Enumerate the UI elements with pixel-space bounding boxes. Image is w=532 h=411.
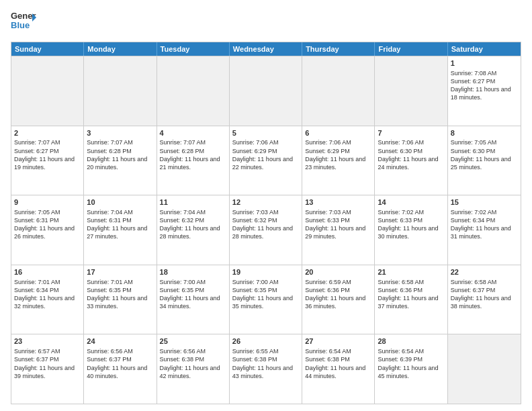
- cal-cell: 28Sunrise: 6:54 AM Sunset: 6:39 PM Dayli…: [375, 334, 447, 404]
- day-number: 5: [232, 128, 299, 138]
- day-info: Sunrise: 7:05 AM Sunset: 6:31 PM Dayligh…: [14, 209, 75, 240]
- header: General Blue: [11, 8, 521, 36]
- cal-cell: 26Sunrise: 6:55 AM Sunset: 6:38 PM Dayli…: [230, 334, 302, 404]
- day-number: 4: [160, 128, 226, 138]
- day-number: 6: [305, 128, 371, 138]
- day-info: Sunrise: 7:01 AM Sunset: 6:35 PM Dayligh…: [87, 279, 147, 310]
- day-info: Sunrise: 7:01 AM Sunset: 6:34 PM Dayligh…: [14, 279, 75, 310]
- cal-cell: [302, 56, 375, 126]
- day-number: 26: [232, 336, 299, 347]
- day-info: Sunrise: 7:06 AM Sunset: 6:29 PM Dayligh…: [305, 139, 365, 170]
- header-cell-monday: Monday: [84, 42, 157, 56]
- day-info: Sunrise: 7:06 AM Sunset: 6:29 PM Dayligh…: [232, 139, 293, 170]
- day-info: Sunrise: 7:00 AM Sunset: 6:35 PM Dayligh…: [232, 279, 293, 310]
- cal-cell: 5Sunrise: 7:06 AM Sunset: 6:29 PM Daylig…: [230, 126, 302, 195]
- cal-cell: 21Sunrise: 6:58 AM Sunset: 6:36 PM Dayli…: [375, 265, 447, 334]
- week-row-1: 2Sunrise: 7:07 AM Sunset: 6:27 PM Daylig…: [11, 126, 521, 195]
- day-number: 17: [87, 267, 153, 277]
- day-number: 18: [160, 267, 226, 277]
- header-cell-sunday: Sunday: [11, 42, 84, 56]
- cal-cell: 6Sunrise: 7:06 AM Sunset: 6:29 PM Daylig…: [302, 126, 375, 195]
- day-info: Sunrise: 6:54 AM Sunset: 6:38 PM Dayligh…: [305, 348, 365, 379]
- day-info: Sunrise: 7:00 AM Sunset: 6:35 PM Dayligh…: [160, 279, 220, 310]
- day-info: Sunrise: 7:02 AM Sunset: 6:34 PM Dayligh…: [451, 209, 511, 240]
- header-cell-tuesday: Tuesday: [157, 42, 230, 56]
- day-number: 19: [232, 267, 299, 277]
- cal-cell: 12Sunrise: 7:03 AM Sunset: 6:32 PM Dayli…: [230, 195, 302, 265]
- cal-cell: 10Sunrise: 7:04 AM Sunset: 6:31 PM Dayli…: [84, 195, 157, 265]
- logo-icon: General Blue: [11, 8, 36, 34]
- day-info: Sunrise: 6:59 AM Sunset: 6:36 PM Dayligh…: [305, 279, 365, 310]
- cal-cell: 7Sunrise: 7:06 AM Sunset: 6:30 PM Daylig…: [375, 126, 447, 195]
- cal-cell: 13Sunrise: 7:03 AM Sunset: 6:33 PM Dayli…: [302, 195, 375, 265]
- header-cell-thursday: Thursday: [302, 42, 375, 56]
- cal-cell: 15Sunrise: 7:02 AM Sunset: 6:34 PM Dayli…: [448, 195, 521, 265]
- cal-cell: [157, 56, 230, 126]
- day-number: 25: [160, 336, 226, 347]
- day-info: Sunrise: 6:57 AM Sunset: 6:37 PM Dayligh…: [14, 348, 75, 379]
- week-row-4: 23Sunrise: 6:57 AM Sunset: 6:37 PM Dayli…: [11, 334, 521, 404]
- day-info: Sunrise: 7:07 AM Sunset: 6:27 PM Dayligh…: [14, 139, 75, 170]
- cal-cell: 25Sunrise: 6:56 AM Sunset: 6:38 PM Dayli…: [157, 334, 230, 404]
- day-number: 21: [378, 267, 444, 277]
- cal-cell: 9Sunrise: 7:05 AM Sunset: 6:31 PM Daylig…: [11, 195, 84, 265]
- cal-cell: [230, 56, 302, 126]
- day-number: 24: [87, 336, 153, 347]
- cal-cell: 23Sunrise: 6:57 AM Sunset: 6:37 PM Dayli…: [11, 334, 84, 404]
- cal-cell: 20Sunrise: 6:59 AM Sunset: 6:36 PM Dayli…: [302, 265, 375, 334]
- day-info: Sunrise: 7:03 AM Sunset: 6:33 PM Dayligh…: [305, 209, 365, 240]
- week-row-3: 16Sunrise: 7:01 AM Sunset: 6:34 PM Dayli…: [11, 265, 521, 334]
- day-number: 3: [87, 128, 153, 138]
- cal-cell: 24Sunrise: 6:56 AM Sunset: 6:37 PM Dayli…: [84, 334, 157, 404]
- week-row-0: 1Sunrise: 7:08 AM Sunset: 6:27 PM Daylig…: [11, 56, 521, 126]
- day-number: 27: [305, 336, 371, 347]
- header-cell-wednesday: Wednesday: [230, 42, 302, 56]
- day-info: Sunrise: 6:56 AM Sunset: 6:37 PM Dayligh…: [87, 348, 147, 379]
- cal-cell: 16Sunrise: 7:01 AM Sunset: 6:34 PM Dayli…: [11, 265, 84, 334]
- day-info: Sunrise: 7:08 AM Sunset: 6:27 PM Dayligh…: [451, 70, 511, 101]
- cal-cell: 4Sunrise: 7:07 AM Sunset: 6:28 PM Daylig…: [157, 126, 230, 195]
- day-number: 13: [305, 197, 371, 208]
- day-info: Sunrise: 6:58 AM Sunset: 6:36 PM Dayligh…: [378, 279, 438, 310]
- cal-cell: [11, 56, 84, 126]
- day-number: 23: [14, 336, 81, 347]
- cal-cell: 18Sunrise: 7:00 AM Sunset: 6:35 PM Dayli…: [157, 265, 230, 334]
- day-number: 2: [14, 128, 81, 138]
- day-info: Sunrise: 6:56 AM Sunset: 6:38 PM Dayligh…: [160, 348, 220, 379]
- day-number: 20: [305, 267, 371, 277]
- cal-cell: 2Sunrise: 7:07 AM Sunset: 6:27 PM Daylig…: [11, 126, 84, 195]
- week-row-2: 9Sunrise: 7:05 AM Sunset: 6:31 PM Daylig…: [11, 195, 521, 265]
- day-number: 8: [451, 128, 518, 138]
- day-number: 12: [232, 197, 299, 208]
- cal-cell: 14Sunrise: 7:02 AM Sunset: 6:33 PM Dayli…: [375, 195, 447, 265]
- svg-text:Blue: Blue: [11, 20, 30, 30]
- day-info: Sunrise: 6:54 AM Sunset: 6:39 PM Dayligh…: [378, 348, 438, 379]
- cal-cell: [375, 56, 447, 126]
- day-number: 9: [14, 197, 81, 208]
- cal-cell: 1Sunrise: 7:08 AM Sunset: 6:27 PM Daylig…: [448, 56, 521, 126]
- cal-cell: 17Sunrise: 7:01 AM Sunset: 6:35 PM Dayli…: [84, 265, 157, 334]
- day-info: Sunrise: 6:58 AM Sunset: 6:37 PM Dayligh…: [451, 279, 511, 310]
- day-number: 16: [14, 267, 81, 277]
- cal-cell: 22Sunrise: 6:58 AM Sunset: 6:37 PM Dayli…: [448, 265, 521, 334]
- day-info: Sunrise: 7:05 AM Sunset: 6:30 PM Dayligh…: [451, 139, 511, 170]
- day-number: 7: [378, 128, 444, 138]
- day-info: Sunrise: 7:07 AM Sunset: 6:28 PM Dayligh…: [160, 139, 220, 170]
- calendar-header: SundayMondayTuesdayWednesdayThursdayFrid…: [11, 42, 521, 56]
- header-cell-friday: Friday: [375, 42, 447, 56]
- cal-cell: 8Sunrise: 7:05 AM Sunset: 6:30 PM Daylig…: [448, 126, 521, 195]
- day-info: Sunrise: 7:06 AM Sunset: 6:30 PM Dayligh…: [378, 139, 438, 170]
- day-number: 28: [378, 336, 444, 347]
- day-number: 22: [451, 267, 518, 277]
- day-number: 15: [451, 197, 518, 208]
- day-info: Sunrise: 7:02 AM Sunset: 6:33 PM Dayligh…: [378, 209, 438, 240]
- cal-cell: [448, 334, 521, 404]
- day-number: 14: [378, 197, 444, 208]
- header-cell-saturday: Saturday: [448, 42, 521, 56]
- logo: General Blue: [11, 8, 36, 36]
- day-info: Sunrise: 7:03 AM Sunset: 6:32 PM Dayligh…: [232, 209, 293, 240]
- cal-cell: 19Sunrise: 7:00 AM Sunset: 6:35 PM Dayli…: [230, 265, 302, 334]
- day-number: 11: [160, 197, 226, 208]
- day-info: Sunrise: 6:55 AM Sunset: 6:38 PM Dayligh…: [232, 348, 293, 379]
- cal-cell: 3Sunrise: 7:07 AM Sunset: 6:28 PM Daylig…: [84, 126, 157, 195]
